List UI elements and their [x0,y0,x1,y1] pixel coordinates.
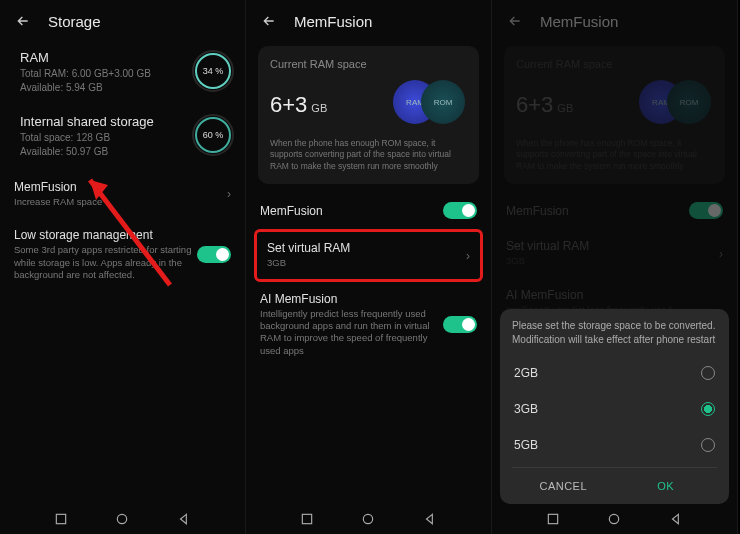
internal-storage-section[interactable]: Internal shared storage Total space: 128… [8,106,237,170]
highlight-box: Set virtual RAM 3GB › [254,229,483,281]
content: Current RAM space 6+3GB RAM ROM When the… [246,42,491,508]
ram-card-desc: When the phone has enough ROM space, it … [516,138,713,172]
back-button[interactable] [260,12,278,30]
low-storage-item[interactable]: Low storage management Some 3rd party ap… [8,218,237,291]
nav-home-icon[interactable] [607,512,621,530]
nav-home-icon[interactable] [361,512,375,530]
chevron-right-icon: › [227,187,231,201]
ai-title: AI MemFusion [506,288,689,302]
memfusion-toggle[interactable] [443,202,477,219]
back-button[interactable] [506,12,524,30]
set-ram-sub: 3GB [506,255,719,267]
set-virtual-ram-item[interactable]: Set virtual RAM 3GB › [259,235,478,275]
venn-diagram: RAM ROM [387,80,467,130]
chevron-right-icon: › [466,249,470,263]
header: MemFusion [492,0,737,42]
memfusion-title: MemFusion [14,180,227,194]
nav-recent-icon[interactable] [300,512,314,530]
low-storage-title: Low storage management [14,228,197,242]
memfusion-toggle[interactable] [689,202,723,219]
set-ram-sub: 3GB [267,257,466,269]
internal-gauge: 60 % [195,117,231,153]
svg-rect-6 [548,514,557,523]
option-2gb[interactable]: 2GB [512,355,717,391]
memfusion-screen: MemFusion Current RAM space 6+3GB RAM RO… [246,0,492,534]
memfusion-toggle-label: MemFusion [260,204,323,218]
ram-value: 6+3GB [516,92,573,118]
nav-bar [492,508,737,534]
memfusion-item[interactable]: MemFusion Increase RAM space › [8,170,237,218]
set-ram-title: Set virtual RAM [267,241,466,255]
low-storage-toggle[interactable] [197,246,231,263]
radio-icon [701,366,715,380]
nav-home-icon[interactable] [115,512,129,530]
option-label: 2GB [514,366,538,380]
option-5gb[interactable]: 5GB [512,427,717,463]
cancel-button[interactable]: CANCEL [512,468,615,504]
page-title: Storage [48,13,101,30]
page-title: MemFusion [294,13,372,30]
nav-bar [246,508,491,534]
memfusion-toggle-row[interactable]: MemFusion [500,192,729,229]
nav-back-icon[interactable] [177,512,191,530]
ram-available: Available: 5.94 GB [20,81,151,95]
ram-heading: RAM [20,50,151,65]
venn-rom-circle: ROM [667,80,711,124]
ram-value: 6+3GB [270,92,327,118]
ram-card-label: Current RAM space [516,58,713,70]
ram-total: Total RAM: 6.00 GB+3.00 GB [20,67,151,81]
ai-memfusion-item[interactable]: AI MemFusion Intelligently predict less … [254,282,483,367]
chevron-right-icon: › [719,247,723,261]
svg-point-5 [364,514,373,523]
memfusion-toggle-row[interactable]: MemFusion [254,192,483,229]
storage-screen: Storage RAM Total RAM: 6.00 GB+3.00 GB A… [0,0,246,534]
header: MemFusion [246,0,491,42]
nav-recent-icon[interactable] [546,512,560,530]
nav-bar [0,508,245,534]
sheet-message: Please set the storage space to be conve… [512,319,717,347]
ram-card: Current RAM space 6+3GB RAM ROM When the… [258,46,479,184]
svg-point-3 [118,514,127,523]
radio-icon [701,438,715,452]
internal-heading: Internal shared storage [20,114,154,129]
content: RAM Total RAM: 6.00 GB+3.00 GB Available… [0,42,245,508]
venn-rom-circle: ROM [421,80,465,124]
ai-title: AI MemFusion [260,292,443,306]
internal-available: Available: 50.97 GB [20,145,154,159]
ram-card-label: Current RAM space [270,58,467,70]
page-title: MemFusion [540,13,618,30]
memfusion-toggle-label: MemFusion [506,204,569,218]
memfusion-screen-dialog: MemFusion Current RAM space 6+3GB RAM RO… [492,0,738,534]
internal-total: Total space: 128 GB [20,131,154,145]
svg-point-7 [610,514,619,523]
option-3gb[interactable]: 3GB [512,391,717,427]
ram-card: Current RAM space 6+3GB RAM ROM When the… [504,46,725,184]
ok-button[interactable]: OK [615,468,718,504]
radio-icon [701,402,715,416]
ai-toggle[interactable] [443,316,477,333]
back-button[interactable] [14,12,32,30]
ram-card-desc: When the phone has enough ROM space, it … [270,138,467,172]
set-virtual-ram-item[interactable]: Set virtual RAM 3GB › [500,229,729,277]
venn-diagram: RAM ROM [633,80,713,130]
virtual-ram-sheet: Please set the storage space to be conve… [500,309,729,504]
option-label: 3GB [514,402,538,416]
set-ram-title: Set virtual RAM [506,239,719,253]
low-storage-sub: Some 3rd party apps restricted for start… [14,244,197,281]
svg-rect-4 [302,514,311,523]
option-label: 5GB [514,438,538,452]
nav-recent-icon[interactable] [54,512,68,530]
nav-back-icon[interactable] [423,512,437,530]
header: Storage [0,0,245,42]
ai-sub: Intelligently predict less frequently us… [260,308,443,357]
memfusion-sub: Increase RAM space [14,196,227,208]
ram-gauge: 34 % [195,53,231,89]
nav-back-icon[interactable] [669,512,683,530]
svg-rect-2 [56,514,65,523]
ram-section[interactable]: RAM Total RAM: 6.00 GB+3.00 GB Available… [8,42,237,106]
